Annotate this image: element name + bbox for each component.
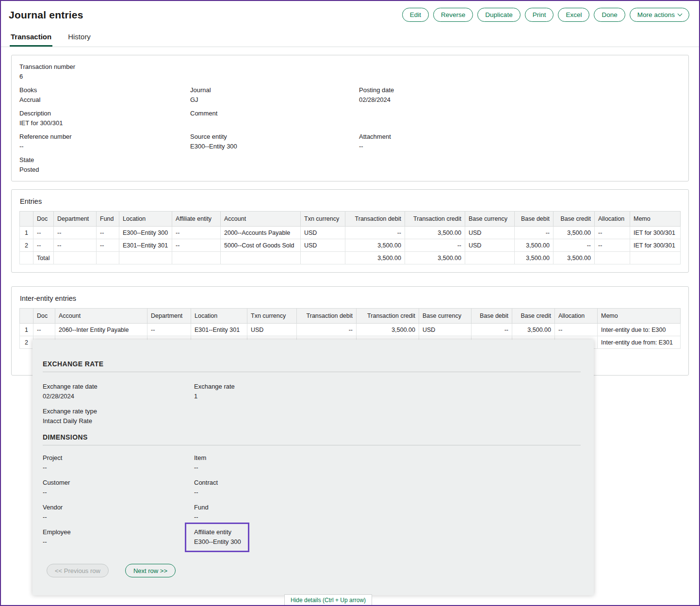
field-label: Books (19, 86, 190, 94)
cell-txn-currency: USD (301, 239, 345, 252)
row-details-overlay: EXCHANGE RATE Exchange rate date 02/28/2… (33, 340, 594, 595)
total-transaction-debit: 3,500.00 (345, 252, 405, 264)
cell-account: 5000--Cost of Goods Sold (221, 239, 301, 252)
cell-empty (20, 252, 33, 264)
col-header-allocation: Allocation (595, 212, 630, 227)
field-source-entity: Source entity E300--Entity 300 (190, 133, 359, 150)
cell-rownum: 1 (20, 227, 33, 239)
hide-details-tab[interactable]: Hide details (Ctrl + Up arrow) (284, 594, 372, 606)
cell-memo: IET for 300/301 (630, 227, 681, 239)
field-label: Affiliate entity (194, 528, 241, 536)
edit-button[interactable]: Edit (402, 8, 429, 22)
cell-transaction-debit: -- (297, 324, 357, 336)
field-label: Vendor (43, 504, 194, 511)
excel-button[interactable]: Excel (558, 8, 589, 22)
field-vendor: Vendor -- (43, 504, 194, 521)
affiliate-entity-cell: Affiliate entity E300--Entity 300 (194, 528, 581, 552)
cell-memo: Inter-entity due from: E301 (598, 336, 681, 349)
transaction-row: Reference number -- Source entity E300--… (19, 133, 681, 150)
cell-doc: -- (33, 324, 55, 336)
field-label: Posting date (359, 86, 681, 94)
field-value: -- (194, 489, 581, 496)
header-bar: Journal entries Edit Reverse Duplicate P… (1, 1, 699, 26)
tab-history[interactable]: History (67, 28, 92, 47)
details-row: Exchange rate date 02/28/2024 Exchange r… (43, 383, 581, 400)
cell-doc: -- (33, 227, 54, 239)
more-actions-label: More actions (637, 11, 675, 18)
field-journal: Journal GJ (190, 86, 359, 103)
field-label: Source entity (190, 133, 359, 140)
col-header-base-currency: Base currency (465, 212, 515, 227)
field-label: Customer (43, 479, 194, 486)
next-row-button[interactable]: Next row >> (125, 564, 176, 577)
field-employee: Employee -- (43, 528, 194, 552)
reverse-button[interactable]: Reverse (433, 8, 473, 22)
cell-account: 2000--Accounts Payable (221, 227, 301, 239)
field-value: Posted (19, 166, 190, 173)
field-label: Description (19, 110, 190, 117)
col-header-txn-currency: Txn currency (247, 309, 297, 324)
cell-rownum: 2 (20, 336, 33, 349)
print-button[interactable]: Print (525, 8, 554, 22)
cell-doc: -- (33, 239, 54, 252)
details-row: Vendor -- Fund -- (43, 504, 581, 521)
inter-entity-header-row: Doc Account Department Location Txn curr… (20, 309, 681, 324)
cell-base-credit: -- (553, 239, 595, 252)
field-value: IET for 300/301 (19, 119, 190, 127)
field-state: State Posted (19, 156, 190, 173)
table-row[interactable]: 1 -- 2060--Inter Entity Payable -- E301-… (20, 324, 681, 336)
field-label: Fund (194, 504, 581, 511)
previous-row-button[interactable]: << Previous row (47, 564, 109, 577)
table-row[interactable]: 1 -- -- -- E300--Entity 300 -- 2000--Acc… (20, 227, 681, 239)
done-button[interactable]: Done (594, 8, 625, 22)
cell-transaction-credit: -- (405, 239, 465, 252)
col-header-txn-currency: Txn currency (301, 212, 345, 227)
field-label: Project (43, 454, 194, 461)
col-header-transaction-debit: Transaction debit (345, 212, 405, 227)
field-value (190, 119, 359, 127)
cell-location: E300--Entity 300 (119, 227, 172, 239)
col-header-doc: Doc (33, 212, 54, 227)
cell-empty (630, 252, 681, 264)
field-contract: Contract -- (194, 479, 581, 496)
details-row: Customer -- Contract -- (43, 479, 581, 496)
more-actions-button[interactable]: More actions (630, 8, 689, 22)
entries-title: Entries (20, 197, 681, 205)
col-header-base-debit: Base debit (515, 212, 553, 227)
details-row: Exchange rate type Intacct Daily Rate (43, 408, 581, 425)
field-label: Reference number (19, 133, 190, 140)
total-label: Total (33, 252, 54, 264)
field-label: Item (194, 454, 581, 461)
col-header-location: Location (119, 212, 172, 227)
field-label: Transaction number (19, 63, 190, 70)
cell-department: -- (147, 324, 191, 336)
duplicate-button[interactable]: Duplicate (477, 8, 520, 22)
field-posting-date: Posting date 02/28/2024 (359, 86, 681, 103)
cell-base-currency: USD (465, 227, 515, 239)
entries-total-row: Total 3,500.00 3,500.00 3,500.00 3,500.0… (20, 252, 681, 264)
total-base-credit: 3,500.00 (553, 252, 595, 264)
cell-rownum: 1 (20, 324, 33, 336)
col-header-account: Account (221, 212, 301, 227)
cell-base-credit: 3,500.00 (553, 227, 595, 239)
field-value: 02/28/2024 (43, 393, 194, 400)
field-exchange-rate-date: Exchange rate date 02/28/2024 (43, 383, 194, 400)
cell-transaction-debit: -- (345, 227, 405, 239)
cell-base-credit: 3,500.00 (512, 324, 555, 336)
cell-transaction-credit: 3,500.00 (405, 227, 465, 239)
col-header-fund: Fund (97, 212, 119, 227)
dimensions-section-title: DIMENSIONS (43, 433, 581, 441)
table-row[interactable]: 2 -- -- -- E301--Entity 301 -- 5000--Cos… (20, 239, 681, 252)
field-transaction-number: Transaction number 6 (19, 63, 190, 80)
cell-base-debit: 3,500.00 (515, 239, 553, 252)
cell-location: E301--Entity 301 (191, 324, 247, 336)
journal-entries-page: Journal entries Edit Reverse Duplicate P… (0, 0, 700, 606)
cell-account: 2060--Inter Entity Payable (55, 324, 147, 336)
col-header-doc: Doc (33, 309, 55, 324)
affiliate-entity-highlight-box: Affiliate entity E300--Entity 300 (185, 523, 249, 552)
tab-transaction[interactable]: Transaction (10, 28, 52, 47)
col-header-transaction-credit: Transaction credit (405, 212, 465, 227)
transaction-row: Books Accrual Journal GJ Posting date 02… (19, 86, 681, 103)
field-value: -- (43, 464, 194, 471)
col-header-base-debit: Base debit (472, 309, 512, 324)
